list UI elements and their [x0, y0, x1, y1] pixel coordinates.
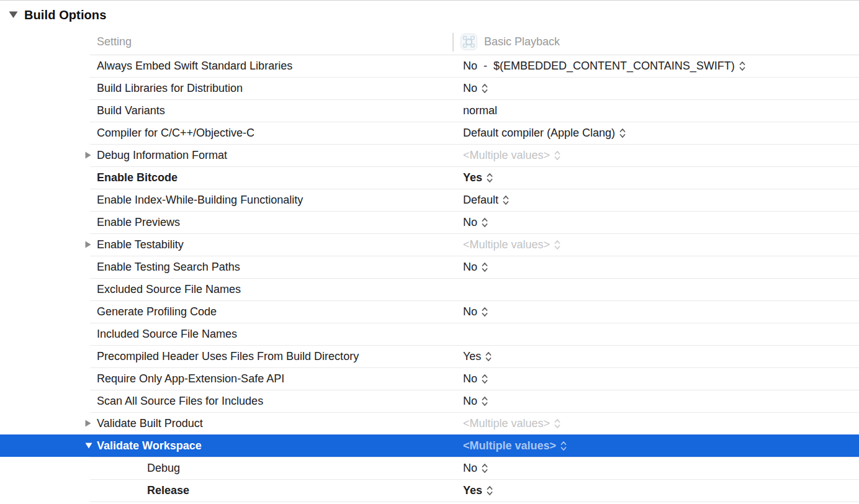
build-settings-table: Always Embed Swift Standard Libraries No…: [0, 55, 859, 502]
setting-value: No: [463, 82, 477, 95]
setting-value: <Multiple values>: [463, 417, 550, 430]
stepper-chevrons-icon[interactable]: [482, 217, 488, 228]
settings-table-header: Setting Basic Playback: [0, 29, 859, 55]
setting-column-header: Setting: [90, 35, 452, 48]
setting-value: <Multiple values>: [463, 439, 556, 452]
setting-label: Build Variants: [90, 104, 463, 117]
setting-label: Generate Profiling Code: [90, 305, 463, 318]
setting-value: No: [463, 462, 477, 475]
setting-value: Yes: [463, 484, 482, 497]
setting-value-dropdown[interactable]: Default: [463, 194, 509, 207]
stepper-chevrons-icon[interactable]: [554, 240, 560, 250]
table-row[interactable]: Debug Information Format <Multiple value…: [0, 144, 859, 166]
table-row[interactable]: Validate Built Product <Multiple values>: [0, 412, 859, 434]
setting-label: Precompiled Header Uses Files From Build…: [90, 350, 463, 363]
setting-label: Validate Built Product: [90, 417, 463, 430]
setting-value: No: [463, 395, 477, 408]
setting-label: Release: [90, 484, 463, 497]
setting-value-dropdown[interactable]: No: [463, 395, 488, 408]
table-row[interactable]: Build Variants normal: [0, 99, 859, 122]
row-disclosure-triangle-icon[interactable]: [85, 241, 91, 248]
table-row[interactable]: Compiler for C/C++/Objective-C Default c…: [0, 122, 859, 144]
setting-value: Yes: [463, 171, 482, 184]
setting-value-dropdown[interactable]: No: [463, 216, 488, 229]
setting-value-dropdown[interactable]: No: [463, 372, 488, 385]
table-row[interactable]: Always Embed Swift Standard Libraries No…: [0, 55, 859, 77]
row-disclosure-triangle-icon[interactable]: [85, 151, 91, 159]
setting-value: No: [463, 216, 477, 229]
table-row[interactable]: Included Source File Names: [0, 323, 859, 345]
stepper-chevrons-icon[interactable]: [482, 307, 488, 317]
setting-value: Yes: [463, 350, 481, 363]
row-disclosure-triangle-icon[interactable]: [85, 420, 91, 427]
stepper-chevrons-icon[interactable]: [482, 83, 488, 94]
target-app-icon: [461, 34, 477, 50]
table-row[interactable]: Release Yes: [0, 479, 859, 502]
setting-value-dropdown[interactable]: <Multiple values>: [463, 439, 567, 452]
row-disclosure-triangle-icon[interactable]: [85, 443, 92, 449]
setting-value-dropdown[interactable]: No: [463, 82, 488, 95]
target-column-header[interactable]: Basic Playback: [452, 33, 560, 52]
setting-label: Debug: [90, 462, 463, 475]
stepper-chevrons-icon[interactable]: [487, 485, 493, 496]
stepper-chevrons-icon[interactable]: [482, 463, 488, 474]
setting-label: Validate Workspace: [90, 439, 463, 452]
table-row[interactable]: Validate Workspace <Multiple values>: [0, 434, 859, 457]
table-row[interactable]: Enable Bitcode Yes: [0, 166, 859, 189]
setting-label: Always Embed Swift Standard Libraries: [90, 60, 463, 73]
stepper-chevrons-icon[interactable]: [487, 173, 493, 183]
stepper-chevrons-icon[interactable]: [619, 128, 626, 138]
table-row[interactable]: Enable Testability <Multiple values>: [0, 233, 859, 256]
table-row[interactable]: Generate Profiling Code No: [0, 300, 859, 323]
stepper-chevrons-icon[interactable]: [482, 374, 488, 384]
build-options-section-header[interactable]: Build Options: [0, 1, 859, 29]
setting-value-dropdown[interactable]: <Multiple values>: [463, 417, 560, 430]
setting-value-dropdown[interactable]: No: [463, 462, 488, 475]
setting-label: Enable Testing Search Paths: [90, 261, 463, 274]
stepper-chevrons-icon[interactable]: [560, 441, 567, 451]
setting-value: <Multiple values>: [463, 149, 550, 162]
setting-value-dropdown[interactable]: Yes: [463, 171, 493, 184]
stepper-chevrons-icon[interactable]: [554, 418, 560, 429]
stepper-chevrons-icon[interactable]: [482, 262, 488, 272]
setting-label: Build Libraries for Distribution: [90, 82, 463, 95]
setting-label: Included Source File Names: [90, 328, 463, 341]
table-row[interactable]: Excluded Source File Names: [0, 278, 859, 300]
setting-value: Default compiler (Apple Clang): [463, 127, 615, 140]
setting-label: Enable Testability: [90, 238, 463, 251]
setting-value-dropdown[interactable]: No: [463, 261, 488, 274]
setting-value-dropdown[interactable]: No - $(EMBEDDED_CONTENT_CONTAINS_SWIFT): [463, 60, 745, 73]
stepper-chevrons-icon[interactable]: [554, 150, 560, 161]
setting-value: Default: [463, 194, 498, 207]
table-row[interactable]: Precompiled Header Uses Files From Build…: [0, 345, 859, 367]
stepper-chevrons-icon[interactable]: [485, 351, 492, 362]
setting-value: No: [463, 305, 477, 318]
stepper-chevrons-icon[interactable]: [503, 195, 509, 205]
setting-value: normal: [463, 104, 497, 117]
table-row[interactable]: Require Only App-Extension-Safe API No: [0, 367, 859, 390]
setting-value: No: [463, 372, 477, 385]
stepper-chevrons-icon[interactable]: [739, 61, 745, 71]
setting-value-dropdown[interactable]: Yes: [463, 484, 493, 497]
setting-label: Compiler for C/C++/Objective-C: [90, 127, 463, 140]
section-disclosure-triangle-icon[interactable]: [9, 11, 18, 19]
setting-value-dropdown[interactable]: normal: [463, 104, 497, 117]
setting-label: Scan All Source Files for Includes: [90, 395, 463, 408]
table-row[interactable]: Build Libraries for Distribution No: [0, 77, 859, 99]
stepper-chevrons-icon[interactable]: [482, 396, 488, 407]
table-row[interactable]: Enable Testing Search Paths No: [0, 256, 859, 278]
setting-label: Require Only App-Extension-Safe API: [90, 372, 463, 385]
setting-value-dropdown[interactable]: No: [463, 305, 488, 318]
setting-value-dropdown[interactable]: <Multiple values>: [463, 238, 560, 251]
setting-label: Debug Information Format: [90, 149, 463, 162]
table-row[interactable]: Enable Index-While-Building Functionalit…: [0, 189, 859, 211]
table-row[interactable]: Scan All Source Files for Includes No: [0, 390, 859, 412]
setting-value-dropdown[interactable]: <Multiple values>: [463, 149, 560, 162]
table-row[interactable]: Enable Previews No: [0, 211, 859, 233]
setting-value-dropdown[interactable]: Default compiler (Apple Clang): [463, 127, 626, 140]
setting-value-dropdown[interactable]: Yes: [463, 350, 492, 363]
table-row[interactable]: Debug No: [0, 457, 859, 479]
setting-value: No - $(EMBEDDED_CONTENT_CONTAINS_SWIFT): [463, 60, 735, 73]
setting-label: Excluded Source File Names: [90, 283, 463, 296]
section-title: Build Options: [24, 8, 106, 22]
